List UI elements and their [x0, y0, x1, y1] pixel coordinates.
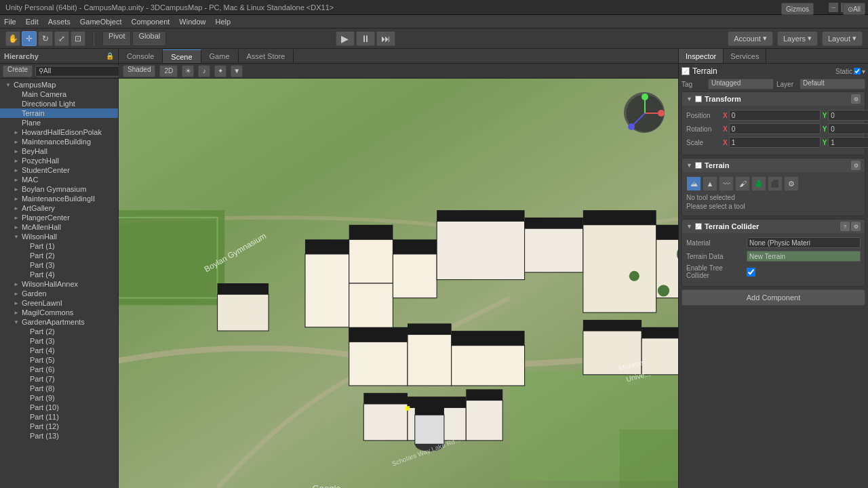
rotate-tool[interactable]: ↻: [38, 31, 53, 46]
pos-x-input[interactable]: [729, 110, 821, 121]
hierarchy-item[interactable]: ►MagilCommons: [0, 308, 118, 317]
hierarchy-item[interactable]: Part (4): [0, 270, 118, 279]
scene-tab[interactable]: Scene: [163, 49, 201, 63]
hierarchy-item[interactable]: ►WilsonHallAnnex: [0, 279, 118, 289]
menu-window[interactable]: Window: [179, 18, 205, 26]
pause-button[interactable]: ⏸: [356, 31, 375, 46]
terrain-header[interactable]: ▼ ✓ Terrain ⚙: [682, 159, 865, 172]
hierarchy-item[interactable]: ►BeyHall: [0, 146, 118, 156]
hierarchy-item[interactable]: Part (6): [0, 365, 118, 374]
menu-gameobject[interactable]: GameObject: [80, 18, 122, 26]
hierarchy-search-input[interactable]: [35, 66, 128, 77]
place-tree-tool[interactable]: 🌲: [751, 176, 766, 191]
hierarchy-item[interactable]: ►HowardHallEdisonPolak: [0, 127, 118, 137]
add-component-button[interactable]: Add Component: [682, 289, 865, 306]
hand-tool[interactable]: ✋: [5, 31, 20, 46]
hierarchy-item[interactable]: ▼CampusMap: [0, 80, 118, 89]
hierarchy-item[interactable]: Part (5): [0, 355, 118, 365]
hierarchy-item[interactable]: ►Boylan Gymnasium: [0, 184, 118, 194]
asset-store-tab[interactable]: Asset Store: [239, 49, 294, 63]
rot-x-input[interactable]: [729, 123, 821, 134]
play-button[interactable]: ▶: [336, 31, 355, 46]
hierarchy-item[interactable]: Part (11): [0, 412, 118, 422]
hierarchy-item[interactable]: Part (1): [0, 241, 118, 251]
move-tool[interactable]: ✛: [22, 31, 37, 46]
hierarchy-item[interactable]: ►MaintenanceBuilding: [0, 137, 118, 146]
terrain-settings-tool[interactable]: ⚙: [784, 176, 799, 191]
terrain-enabled[interactable]: ✓: [695, 162, 702, 169]
pivot-button[interactable]: Pivot: [102, 31, 131, 46]
material-value[interactable]: None (Physic Materi: [747, 237, 861, 248]
transform-header[interactable]: ▼ Transform ⚙: [682, 92, 865, 106]
hierarchy-item[interactable]: ▼WilsonHall: [0, 232, 118, 241]
hierarchy-item[interactable]: Part (3): [0, 336, 118, 346]
raise-lower-tool[interactable]: ⛰: [686, 176, 701, 191]
hierarchy-item[interactable]: Part (7): [0, 374, 118, 384]
hierarchy-item[interactable]: Part (4): [0, 346, 118, 355]
rot-y-input[interactable]: [828, 123, 868, 134]
scale-tool[interactable]: ⤢: [54, 31, 69, 46]
scale-y-input[interactable]: [828, 137, 868, 148]
transform-enabled[interactable]: [695, 96, 702, 102]
hierarchy-item[interactable]: Part (9): [0, 393, 118, 403]
layer-dropdown[interactable]: Default: [800, 79, 865, 89]
tag-dropdown[interactable]: Untagged: [708, 79, 774, 89]
hierarchy-item[interactable]: Part (2): [0, 327, 118, 336]
terrain-settings-icon[interactable]: ⚙: [851, 161, 861, 170]
services-tab[interactable]: Services: [724, 49, 766, 63]
hierarchy-item[interactable]: ►PlangerCenter: [0, 213, 118, 222]
menu-file[interactable]: File: [4, 18, 16, 26]
collider-settings-icon[interactable]: ⚙: [851, 222, 861, 231]
hierarchy-create-button[interactable]: Create: [3, 65, 33, 77]
collider-help-icon[interactable]: ?: [840, 222, 850, 231]
terrain-data-value[interactable]: New Terrain: [747, 251, 861, 262]
hierarchy-item[interactable]: ►McAllenHall: [0, 222, 118, 232]
pos-y-input[interactable]: [828, 110, 868, 121]
hierarchy-item[interactable]: ►MAC: [0, 175, 118, 184]
hierarchy-item[interactable]: ►Garden: [0, 289, 118, 298]
effects-toggle[interactable]: ✦: [214, 65, 226, 77]
hierarchy-item[interactable]: ►MaintenanceBuildingII: [0, 194, 118, 203]
smooth-height-tool[interactable]: 〰: [719, 176, 734, 191]
layout-dropdown[interactable]: Layout ▾: [822, 31, 863, 46]
step-button[interactable]: ⏭: [376, 31, 395, 46]
scale-x-input[interactable]: [729, 137, 821, 148]
shaded-dropdown[interactable]: Shaded: [123, 65, 155, 77]
hierarchy-item[interactable]: ►ArtGallery: [0, 203, 118, 213]
minimize-button[interactable]: ─: [829, 3, 838, 12]
inspector-tab[interactable]: Inspector: [679, 49, 724, 63]
transform-settings-icon[interactable]: ⚙: [851, 94, 861, 104]
menu-help[interactable]: Help: [215, 18, 231, 26]
account-dropdown[interactable]: Account ▾: [728, 31, 773, 46]
hierarchy-item[interactable]: Part (2): [0, 251, 118, 260]
hierarchy-item[interactable]: Part (13): [0, 431, 118, 441]
hierarchy-item[interactable]: Directional Light: [0, 99, 118, 108]
2d-toggle[interactable]: 2D: [159, 65, 178, 77]
hierarchy-item[interactable]: Plane: [0, 118, 118, 127]
paint-texture-tool[interactable]: 🖌: [735, 176, 750, 191]
scene-options[interactable]: ▼: [231, 65, 243, 77]
hierarchy-item[interactable]: ▼GardenApartments: [0, 317, 118, 327]
hierarchy-item[interactable]: Part (8): [0, 384, 118, 393]
hierarchy-item[interactable]: ►GreenLawnI: [0, 298, 118, 308]
hierarchy-lock[interactable]: 🔒: [106, 52, 114, 60]
terrain-collider-header[interactable]: ▼ ✓ Terrain Collider ? ⚙: [682, 220, 865, 233]
static-checkbox[interactable]: [854, 68, 861, 75]
hierarchy-item[interactable]: Part (12): [0, 422, 118, 431]
hierarchy-item[interactable]: Part (10): [0, 403, 118, 412]
rect-tool[interactable]: ⊡: [71, 31, 85, 46]
paint-detail-tool[interactable]: ⬛: [768, 176, 783, 191]
object-enabled-checkbox[interactable]: ✓: [682, 67, 690, 75]
paint-height-tool[interactable]: ▲: [703, 176, 717, 191]
menu-assets[interactable]: Assets: [48, 18, 71, 26]
hierarchy-item[interactable]: ►PozychHall: [0, 156, 118, 165]
lighting-toggle[interactable]: ☀: [182, 65, 194, 77]
enable-tree-checkbox[interactable]: [747, 268, 755, 277]
game-tab[interactable]: Game: [201, 49, 239, 63]
menu-edit[interactable]: Edit: [26, 18, 39, 26]
hierarchy-item[interactable]: Main Camera: [0, 89, 118, 99]
layers-dropdown[interactable]: Layers ▾: [777, 31, 818, 46]
audio-toggle[interactable]: ♪: [198, 65, 210, 77]
scene-gizmo[interactable]: X Y Z: [624, 92, 665, 133]
global-button[interactable]: Global: [132, 31, 166, 46]
